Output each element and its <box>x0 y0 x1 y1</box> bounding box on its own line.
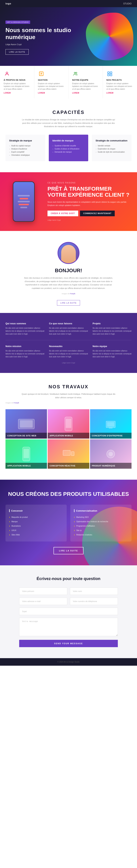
purple-item-what-text: Ilis são enim ad minim exercitation ulla… <box>49 327 88 336</box>
contact-section: Écrivez-nous pour toute question SEND YO… <box>0 565 137 658</box>
laptop-screen <box>20 420 33 428</box>
travaux-item-mobile[interactable]: Application mobile <box>48 409 89 439</box>
feature-gestion: GESTION Emplum sin volupt uptatem luptat… <box>34 66 69 98</box>
phone-bar-5 <box>20 207 27 208</box>
travaux-item-enterprise[interactable]: Conception d'entreprise <box>90 409 132 439</box>
travaux-desc: Quam quisque id nisl tincidunt. Vestibul… <box>21 392 116 399</box>
submit-button[interactable]: SEND YOUR MESSAGE <box>19 640 118 647</box>
purple-item-who-title: Qui nous sommes <box>5 322 44 325</box>
email-input[interactable] <box>19 598 67 605</box>
svg-rect-6 <box>107 74 109 76</box>
travaux-section: NOS TRAVAUX Quam quisque id nisl tincidu… <box>0 373 137 480</box>
travaux-overlay-product: Produit numérique <box>90 463 132 469</box>
feature-projects-text: Emplum sin volupt uptatem luptatem non d… <box>106 82 134 90</box>
travaux-credit-link[interactable]: Freepik <box>14 402 19 404</box>
cta-section: CE QUE NOUS FAISONS PRÊT À TRANSFORMER V… <box>0 172 137 231</box>
bonjour-cta-button[interactable]: LIRE LA SUITE <box>57 300 80 306</box>
bonjour-section: BONJOUR! Avec des bureaux à Londres et A… <box>0 231 137 313</box>
feature-about: À PROPOS DE NOUS Emplum sin volupt uptat… <box>0 66 34 98</box>
cta-dark-button[interactable]: COMMENCEZ MAINTENANT <box>80 211 115 216</box>
phone-input[interactable] <box>70 598 118 605</box>
feature-about-link[interactable]: LOREM <box>4 92 31 94</box>
purple-item-mission-title: Notre mission <box>5 345 44 348</box>
gestion-icon <box>38 70 45 77</box>
bonjour-text: Avec des bureaux à Londres et Amsterdam,… <box>21 276 116 290</box>
produits-concevoir-list: Maquette de produit Marque Illustrations… <box>9 515 63 537</box>
lastname-input[interactable] <box>70 588 118 595</box>
travaux-label-product: Produit numérique <box>92 465 130 467</box>
bonjour-title: BONJOUR! <box>5 268 132 274</box>
subject-input[interactable] <box>19 608 118 615</box>
hero-blob <box>86 13 133 60</box>
travaux-item-mobile2[interactable]: Application mobile <box>5 439 47 469</box>
produits-col-concevoir: Concevoir Maquette de produit Marque Ill… <box>5 505 67 541</box>
feature-projects-title: NOS PROJETS <box>106 79 134 81</box>
list-item: Optimisation des moteurs de recherche <box>74 519 128 524</box>
travaux-overlay-enterprise: Conception d'entreprise <box>90 433 132 439</box>
capacites-title: CAPACITÉS <box>5 110 132 115</box>
purple-item-who: Qui nous sommes Ilis são enim ad minim e… <box>5 322 44 336</box>
form-row-subject <box>19 608 118 615</box>
capacite-communication-title: Stratégie de communication <box>96 139 128 142</box>
svg-point-0 <box>6 72 8 74</box>
feature-team-text: Emplum sin volupt uptatem luptatem non d… <box>72 82 99 90</box>
avatar <box>57 242 80 264</box>
cta-outline-button[interactable]: CRÉER À VOTRE GOÛT <box>47 211 78 216</box>
travaux-item-product[interactable]: Produit numérique <box>90 439 132 469</box>
travaux-label-web: Conception de site Web <box>7 435 45 437</box>
phone-mockup <box>13 181 35 222</box>
bonjour-credit-link[interactable]: Freepik <box>70 293 75 294</box>
hero-badge: Art & Design Studio <box>5 21 30 24</box>
produits-cta-button[interactable]: LIRE LA SUITE <box>53 547 84 554</box>
feature-gestion-link[interactable]: LOREM <box>38 92 65 94</box>
laptop-icon <box>18 419 35 429</box>
svg-rect-12 <box>109 428 112 429</box>
bonjour-credit: Images de Freepik <box>5 293 132 294</box>
purple-divider <box>5 340 132 340</box>
feature-projects: NOS PROJETS Emplum sin volupt uptatem lu… <box>103 66 137 98</box>
list-item: Analyse d'audience <box>9 147 41 150</box>
firstname-input[interactable] <box>19 588 67 595</box>
svg-point-3 <box>76 72 77 73</box>
produits-col-commercialisation: Commercialisation Marketing SEO Optimisa… <box>70 505 132 541</box>
hero-cta-button[interactable]: LIRE LA SUITE <box>5 49 29 55</box>
travaux-overlay-mobile2: Application mobile <box>5 463 47 469</box>
phone-screen <box>13 182 34 221</box>
purple-grid-section: Qui nous sommes Ilis são enim ad minim e… <box>0 313 137 373</box>
travaux-overlay-web: Conception de site Web <box>5 433 47 439</box>
feature-projects-link[interactable]: LOREM <box>106 92 134 94</box>
travaux-overlay-mobile: Application mobile <box>48 433 89 439</box>
list-item: Audit du capital marque <box>9 144 41 147</box>
message-textarea[interactable] <box>19 618 118 636</box>
purple-item-projects-text: Ilis são enim ad minim exercitation ulla… <box>93 327 132 336</box>
capacite-card-strategie: Stratégie de marque Audit du capital mar… <box>5 135 45 161</box>
purple-grid-inner-2: Notre mission Ilis são enim ad minim exe… <box>5 345 132 358</box>
team-icon <box>72 70 79 77</box>
footer-text: © 2024 Art & Design Studio <box>5 661 132 663</box>
logo: logo <box>5 2 11 5</box>
cta-phone-display <box>5 181 42 222</box>
feature-team-link[interactable]: LOREM <box>72 92 99 94</box>
hero-image <box>79 13 133 64</box>
list-item: Sites Web <box>9 532 63 537</box>
purple-item-team: Notre équipe Ilis são enim ad minim exer… <box>93 345 132 358</box>
features-bar: À PROPOS DE NOUS Emplum sin volupt uptat… <box>0 66 137 98</box>
cta-buttons: CRÉER À VOTRE GOÛT COMMENCEZ MAINTENANT <box>47 211 132 216</box>
cta-title: PRÊT À TRANSFORMER VOTRE EXPÉRIENCE CLIE… <box>47 186 132 198</box>
svg-rect-5 <box>110 72 112 73</box>
cta-credit-text: Lidge Aaron Crypt <box>47 219 61 221</box>
travaux-credit: Images de Freepik <box>5 402 132 404</box>
travaux-grid: Conception de site Web Application mobil… <box>5 409 132 469</box>
capacites-grid: Stratégie de marque Audit du capital mar… <box>5 135 132 161</box>
cta-label: CE QUE NOUS FAISONS <box>47 182 132 184</box>
list-item: Orientation stratégique <box>9 154 41 157</box>
travaux-item-reactive[interactable]: Conception réactive <box>48 439 89 469</box>
list-item: Identité verbale <box>96 144 128 147</box>
list-item: Guide de style de communication <box>96 150 128 154</box>
list-item: Illustrations <box>9 524 63 528</box>
svg-rect-9 <box>66 419 71 428</box>
feature-team-title: NOTRE ÉQUIPE <box>72 79 99 81</box>
travaux-item-web[interactable]: Conception de site Web <box>5 409 47 439</box>
capacites-desc: Le résultat de notre processus d'image d… <box>21 118 116 128</box>
capacite-strategie-list: Audit du capital marque Analyse d'audien… <box>9 144 41 157</box>
